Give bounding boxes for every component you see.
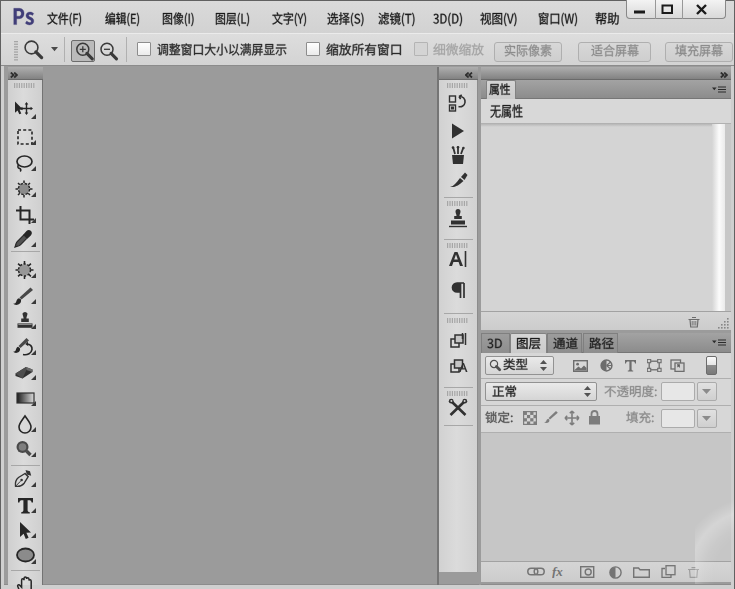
svg-text:fx: fx — [552, 565, 563, 578]
